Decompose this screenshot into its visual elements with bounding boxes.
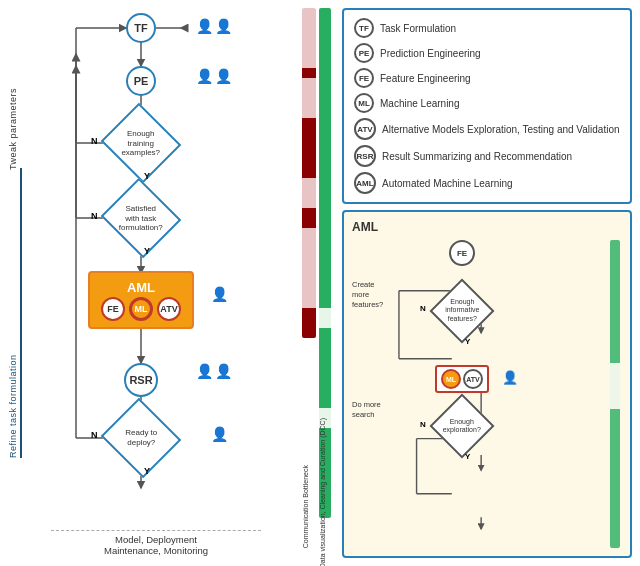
aml-d2-n-label: N — [420, 420, 426, 429]
aml-box: AML FE ML ATV — [88, 271, 194, 329]
aml-ml-mini: ML — [441, 369, 461, 389]
tweak-parameters-label: Tweak parameters — [8, 88, 18, 170]
legend-fe: FE Feature Engineering — [354, 68, 620, 88]
pe-node: PE — [126, 66, 156, 96]
aml-enough-informative-diamond: Enoughinformativefeatures? — [429, 278, 494, 343]
aml-diagram-title: AML — [352, 220, 622, 234]
legend-ml-circle: ML — [354, 93, 374, 113]
legend-atv: ATV Alternative Models Exploration, Test… — [354, 118, 620, 140]
bars-panel: Communication Bottleneck Data visualizat… — [302, 8, 338, 548]
legend-aml-circle: AML — [354, 172, 376, 194]
legend-aml: AML Automated Machine Learning — [354, 172, 620, 194]
satisfied-diamond: Satisfiedwith taskformulation? — [101, 178, 182, 259]
ml-inner-node: ML — [129, 297, 153, 321]
diamond2-n-label: N — [91, 211, 98, 221]
legend-atv-text: Alternative Models Exploration, Testing … — [382, 123, 620, 136]
main-container: Tweak parameters Refine task formulation — [0, 0, 640, 566]
person-icons-rsr: 👤 👤 — [196, 363, 232, 379]
diamond1-n-label: N — [91, 136, 98, 146]
diamond1-y-label: Y — [144, 171, 150, 181]
right-panel: TF Task Formulation PE Prediction Engine… — [342, 8, 632, 558]
flowchart-panel: Tweak parameters Refine task formulation — [8, 8, 298, 558]
aml-atv-mini: ATV — [463, 369, 483, 389]
diamond3-n-label: N — [91, 430, 98, 440]
legend-rsr: RSR Result Summarizing and Recommendatio… — [354, 145, 620, 167]
legend-tf: TF Task Formulation — [354, 18, 620, 38]
atv-inner-node: ATV — [157, 297, 181, 321]
bottom-label: Model, Deployment Maintenance, Monitorin… — [51, 530, 261, 556]
fe-inner-node: FE — [101, 297, 125, 321]
person-icons-pe: 👤 👤 — [196, 68, 232, 84]
legend-rsr-text: Result Summarizing and Recommendation — [382, 150, 572, 163]
legend-ml: ML Machine Learning — [354, 93, 620, 113]
do-more-search-label: Do moresearch — [352, 400, 407, 420]
enough-training-diamond: Enoughtrainingexamples? — [101, 103, 182, 184]
legend-aml-text: Automated Machine Learning — [382, 177, 513, 190]
legend-ml-text: Machine Learning — [380, 97, 460, 110]
diamond2-y-label: Y — [144, 246, 150, 256]
rsr-node: RSR — [124, 363, 158, 397]
aml-green-bar — [610, 240, 620, 548]
aml-d1-y-label: Y — [465, 337, 470, 346]
aml-inner-svg — [352, 240, 622, 548]
create-features-label: Create morefeatures? — [352, 280, 392, 309]
legend-pe-circle: PE — [354, 43, 374, 63]
tf-node: TF — [126, 13, 156, 43]
legend-fe-text: Feature Engineering — [380, 72, 471, 85]
aml-diagram-box: AML — [342, 210, 632, 558]
aml-enough-exploration-diamond: Enoughexploration? — [429, 393, 494, 458]
legend-box: TF Task Formulation PE Prediction Engine… — [342, 8, 632, 204]
legend-fe-circle: FE — [354, 68, 374, 88]
aml-fe-node: FE — [449, 240, 475, 266]
dcc-label: Data visualization, Cleaning and Curatio… — [319, 418, 331, 566]
legend-pe-text: Prediction Engineering — [380, 47, 481, 60]
person-icons-tf: 👤 👤 — [196, 18, 232, 34]
communication-bottleneck-bar: Communication Bottleneck — [302, 8, 316, 518]
diamond3-y-label: Y — [144, 466, 150, 476]
legend-tf-text: Task Formulation — [380, 22, 456, 35]
person-icon-aml: 👤 — [211, 286, 228, 302]
legend-rsr-circle: RSR — [354, 145, 376, 167]
legend-tf-circle: TF — [354, 18, 374, 38]
aml-d2-y-label: Y — [465, 452, 470, 461]
aml-d1-n-label: N — [420, 304, 426, 313]
refine-formulation-label: Refine task formulation — [8, 168, 22, 458]
flow-area: TF PE Enoughtrainingexamples? N Y Satisf… — [36, 8, 276, 558]
aml-diagram-inner: FE Enoughinformativefeatures? N Y Create… — [352, 240, 622, 548]
person-icon-deploy: 👤 — [211, 426, 228, 442]
legend-atv-circle: ATV — [354, 118, 376, 140]
bottleneck-label: Communication Bottleneck — [302, 465, 316, 548]
aml-ml-atv-box: ML ATV — [435, 365, 489, 393]
aml-person-icon: 👤 — [502, 370, 518, 385]
ready-deploy-diamond: Ready todeploy? — [101, 398, 182, 479]
legend-pe: PE Prediction Engineering — [354, 43, 620, 63]
dcc-bar: Data visualization, Cleaning and Curatio… — [319, 8, 331, 518]
